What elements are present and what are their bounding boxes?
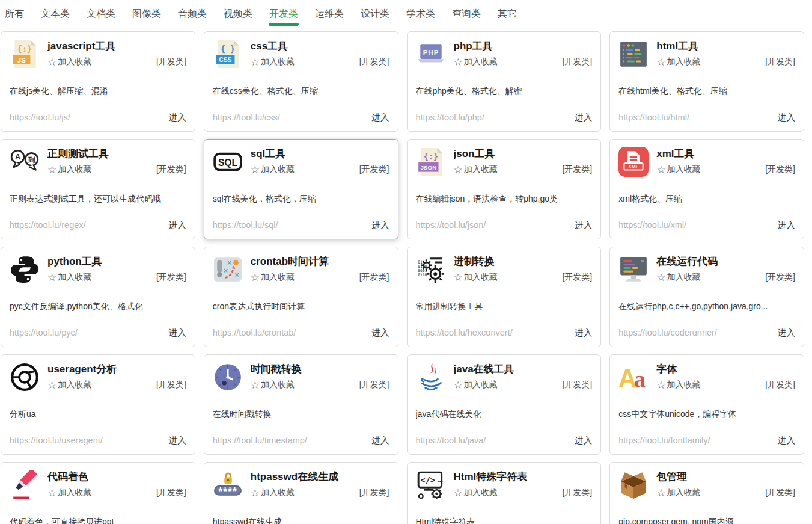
add-favorite-label: 加入收藏 [667,487,701,498]
star-icon: ☆ [251,273,260,283]
category-tab[interactable]: 图像类 [132,8,161,26]
enter-link[interactable]: 进入 [575,327,592,339]
category-tab[interactable]: 学术类 [406,8,435,26]
tool-card[interactable]: 代码着色 ☆ 加入收藏 [开发类] 代码着色，可直接拷贝进ppt 进入 [1,462,195,524]
enter-link[interactable]: 进入 [169,112,186,123]
tool-card[interactable]: 时间戳转换 ☆ 加入收藏 [开发类] 在线时间戳转换 https://tool.… [204,354,398,455]
add-favorite-button[interactable]: ☆ 加入收藏 [251,164,295,175]
add-favorite-button[interactable]: ☆ 加入收藏 [47,164,91,175]
tool-card[interactable]: python工具 ☆ 加入收藏 [开发类] pyc文件反编译,python美化、… [1,247,195,347]
add-favorite-button[interactable]: ☆ 加入收藏 [47,487,91,498]
enter-link[interactable]: 进入 [169,435,186,446]
tool-card[interactable]: XML xml工具 ☆ 加入收藏 [开发类] xml格式化、压缩 https:/… [609,139,804,239]
tool-card[interactable]: A到 正则测试工具 ☆ 加入收藏 [开发类] 正则表达式测试工具，还可以生成代码… [1,139,195,239]
category-tab[interactable]: 设计类 [361,8,389,26]
add-favorite-button[interactable]: ☆ 加入收藏 [656,272,700,283]
tool-card[interactable]: PHP php工具 ☆ 加入收藏 [开发类] 在线php美化、格式化、解密 ht… [407,31,602,132]
tool-card[interactable]: 在线运行代码 ☆ 加入收藏 [开发类] 在线运行php,c,c++,go,pyt… [609,247,804,347]
tool-card[interactable]: { }CSS css工具 ☆ 加入收藏 [开发类] 在线css美化、格式化、压缩… [204,31,398,132]
add-favorite-button[interactable]: ☆ 加入收藏 [251,487,295,498]
add-favorite-button[interactable]: ☆ 加入收藏 [454,57,498,67]
add-favorite-button[interactable]: ☆ 加入收藏 [656,380,700,390]
enter-link[interactable]: 进入 [778,220,795,231]
add-favorite-label: 加入收藏 [464,380,498,390]
enter-link[interactable]: 进入 [169,327,186,339]
tool-card[interactable]: 01 1011000010110 1 进制转换 ☆ 加入收藏 [开发类] 常用进… [407,247,602,347]
tool-card[interactable]: java在线工具 ☆ 加入收藏 [开发类] java代码在线美化 https:/… [407,354,602,455]
tool-card[interactable]: {:}JSON json工具 ☆ 加入收藏 [开发类] 在线编辑json，语法检… [407,139,602,239]
add-favorite-button[interactable]: ☆ 加入收藏 [656,164,700,175]
enter-link[interactable]: 进入 [575,220,592,231]
category-tab[interactable]: 音频类 [178,8,207,26]
tool-card[interactable]: Aa 字体 ☆ 加入收藏 [开发类] css中文字体unicode，编程字体 h… [609,354,804,455]
add-favorite-button[interactable]: ☆ 加入收藏 [251,380,295,390]
category-tab[interactable]: 文本类 [41,8,70,26]
tool-card[interactable]: {:}JS javascript工具 ☆ 加入收藏 [开发类] 在线js美化、解… [1,31,195,132]
tool-description: 在线js美化、解压缩、混淆 [10,86,186,97]
enter-link[interactable]: 进入 [575,112,592,123]
category-tab[interactable]: 查询类 [452,8,481,26]
tool-title: 正则测试工具 [47,147,186,160]
category-tab-label: 文档类 [87,8,115,19]
add-favorite-label: 加入收藏 [58,272,91,283]
tool-card-header: { }CSS css工具 ☆ 加入收藏 [开发类] [213,39,389,69]
tool-card-header: useragent分析 ☆ 加入收藏 [开发类] [10,362,186,392]
category-tab[interactable]: 其它 [498,8,517,26]
enter-link[interactable]: 进入 [372,220,389,231]
add-favorite-label: 加入收藏 [261,272,295,283]
star-icon: ☆ [251,165,260,175]
add-favorite-button[interactable]: ☆ 加入收藏 [454,380,498,390]
tool-description: 代码着色，可直接拷贝进ppt [10,517,186,524]
enter-link[interactable]: 进入 [372,435,389,446]
add-favorite-button[interactable]: ☆ 加入收藏 [47,272,91,283]
enter-link[interactable]: 进入 [778,112,795,123]
enter-link[interactable]: 进入 [778,327,795,339]
enter-link[interactable]: 进入 [575,435,592,446]
html-chars-icon: </>... [416,470,446,500]
tool-card[interactable]: SQL sql工具 ☆ 加入收藏 [开发类] sql在线美化，格式化，压缩 ht… [204,139,398,239]
tool-title: html工具 [656,40,795,52]
tool-description: sql在线美化，格式化，压缩 [213,194,389,205]
category-badge: [开发类] [765,57,795,67]
tool-card-header: 在线运行代码 ☆ 加入收藏 [开发类] [618,254,795,285]
tool-description: 正则表达式测试工具，还可以生成代码哦 [10,194,186,205]
add-favorite-button[interactable]: ☆ 加入收藏 [251,272,295,283]
tool-url: https://tool.lu/crontab/ [213,328,296,338]
category-tab[interactable]: 运维类 [315,8,344,26]
category-tab-label: 所有 [5,8,24,19]
enter-link[interactable]: 进入 [372,327,389,339]
svg-text:到: 到 [28,156,35,164]
tool-card[interactable]: html工具 ☆ 加入收藏 [开发类] 在线html美化、格式化、压缩 http… [609,31,804,132]
category-tab[interactable]: 文档类 [87,8,115,26]
add-favorite-label: 加入收藏 [464,164,498,175]
tool-card[interactable]: 包管理 ☆ 加入收藏 [开发类] pip,composer,gem, npm国内… [609,462,804,524]
tool-description: 在线php美化、格式化、解密 [416,86,593,97]
category-badge: [开发类] [359,164,389,175]
add-favorite-button[interactable]: ☆ 加入收藏 [251,57,295,67]
category-tab[interactable]: 开发类 [269,8,298,26]
tool-title: useragent分析 [47,363,186,375]
add-favorite-button[interactable]: ☆ 加入收藏 [454,272,498,283]
enter-link[interactable]: 进入 [169,220,186,231]
category-tab-label: 设计类 [361,8,389,19]
svg-text:****: **** [218,485,237,498]
category-tab[interactable]: 所有 [5,8,24,26]
add-favorite-button[interactable]: ☆ 加入收藏 [656,487,700,498]
add-favorite-button[interactable]: ☆ 加入收藏 [656,57,700,67]
add-favorite-button[interactable]: ☆ 加入收藏 [47,57,91,67]
add-favorite-button[interactable]: ☆ 加入收藏 [454,487,498,498]
add-favorite-button[interactable]: ☆ 加入收藏 [47,380,91,390]
add-favorite-button[interactable]: ☆ 加入收藏 [454,164,498,175]
tool-card[interactable]: </>... Html特殊字符表 ☆ 加入收藏 [开发类] Html特殊字符表 … [407,462,602,524]
tool-description: pyc文件反编译,python美化、格式化 [10,301,186,312]
category-tab[interactable]: 视频类 [224,8,252,26]
tool-description: 常用进制转换工具 [416,301,593,312]
tool-card[interactable]: **** htpasswd在线生成 ☆ 加入收藏 [开发类] htpasswd在… [204,462,398,524]
svg-text:CSS: CSS [219,57,231,63]
tool-card[interactable]: useragent分析 ☆ 加入收藏 [开发类] 分析ua https://to… [1,354,195,455]
category-badge: [开发类] [562,164,592,175]
tool-card[interactable]: ××× crontab时间计算 ☆ 加入收藏 [开发类] cron表达式执行时间… [204,247,398,347]
svg-text:0001: 0001 [418,268,427,273]
enter-link[interactable]: 进入 [372,112,389,123]
enter-link[interactable]: 进入 [778,435,795,446]
